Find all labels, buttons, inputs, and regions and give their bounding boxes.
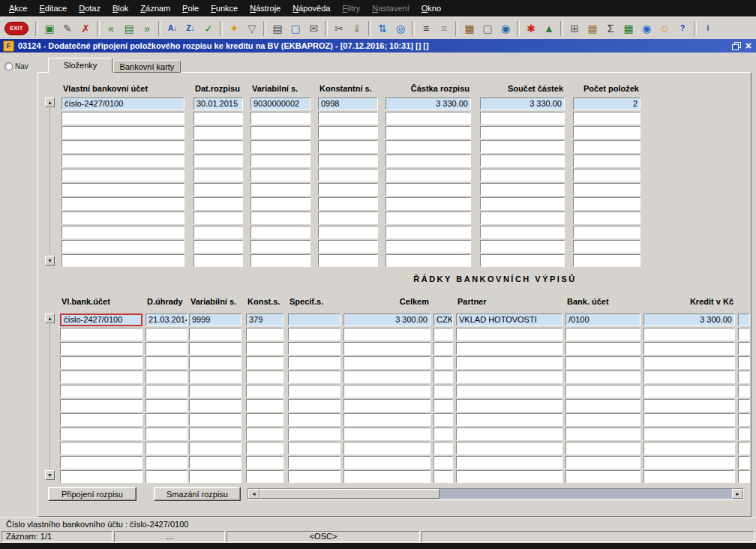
menu-funkce[interactable]: Funkce [205,0,244,16]
upper-grid-cell-datum[interactable] [194,183,243,196]
lower-grid-cell-ss[interactable] [288,385,340,398]
lower-grid-cell-partner[interactable] [456,428,562,440]
lower-grid-cell-mena[interactable] [434,328,453,340]
upper-grid-cell-ks[interactable] [318,212,378,224]
browser-icon[interactable]: ◉ [638,20,655,37]
lower-grid-cell-extra[interactable] [738,370,750,383]
upper-grid-cell-pocet[interactable] [573,240,640,253]
lower-grid-cell-extra[interactable] [738,356,750,369]
lower-grid-cell-bank-ucet[interactable] [566,428,640,440]
form-new-icon[interactable]: ▣ [41,20,58,37]
lower-grid-cell-ucet[interactable] [60,413,142,426]
lower-grid-cell-extra[interactable] [738,314,750,326]
lower-grid-cell-uhrada[interactable] [146,370,188,383]
upper-grid-cell-vs[interactable] [250,169,310,182]
lower-grid-cell-uhrada[interactable] [146,413,188,426]
lower-grid-cell-uhrada[interactable] [146,456,188,469]
lower-grid-cell-mena[interactable] [434,370,453,383]
hscroll-thumb[interactable]: ·········· [260,489,440,499]
upper-grid-cell-soucet[interactable] [480,112,565,124]
help-icon[interactable]: ? [674,20,691,37]
lower-scroll-up-button[interactable]: ▲ [45,314,55,323]
lower-grid-cell-bank-ucet[interactable] [566,356,640,369]
sort-desc-icon[interactable]: Z↓ [182,20,199,37]
upper-grid-cell-soucet[interactable] [480,140,565,153]
lower-grid-cell-extra[interactable] [738,428,750,440]
lower-grid-cell-ss[interactable] [288,413,340,426]
lower-grid-cell-bank-ucet[interactable]: /0100 [566,314,640,326]
nav-toggle[interactable]: Nav [4,62,28,70]
lower-grid-cell-ucet[interactable] [60,356,142,369]
form-edit-icon[interactable]: ✎ [59,20,76,37]
hscroll-right-button[interactable]: ► [732,489,743,499]
lower-grid-cell-ss[interactable] [288,470,340,483]
lower-grid-cell-extra[interactable] [738,399,750,412]
lower-grid-cell-ucet[interactable] [60,342,142,355]
lower-grid-cell-mena[interactable] [434,399,453,412]
upper-grid-cell-soucet[interactable] [480,169,565,182]
exit-button[interactable]: EXIT [4,22,28,35]
export-icon[interactable]: ⊞ [566,20,583,37]
lower-grid-cell-uhrada[interactable] [146,342,188,355]
upper-grid-cell-soucet[interactable] [480,126,565,139]
commit-icon[interactable]: ✓ [200,20,217,37]
lower-grid-cell-kredit[interactable] [644,470,735,483]
lower-grid-cell-ks[interactable] [246,342,284,355]
lower-grid-cell-ucet[interactable] [60,385,142,398]
lower-grid-cell-ss[interactable] [288,456,340,469]
upper-grid-cell-datum[interactable] [194,112,243,124]
upper-grid-cell-castka[interactable] [386,212,471,224]
lower-grid-cell-partner[interactable] [456,342,562,355]
upper-grid-cell-ks[interactable] [318,169,378,182]
upper-scroll-up-button[interactable]: ▲ [45,98,55,107]
lower-grid-cell-vs[interactable] [189,428,242,440]
upper-grid-cell-vs[interactable] [250,226,310,238]
lower-grid-cell-bank-ucet[interactable] [566,456,640,469]
lower-grid-cell-ks[interactable] [246,456,284,469]
lower-grid-cell-partner[interactable] [456,385,562,398]
mail-icon[interactable]: ✉ [305,20,322,37]
upper-grid-cell-castka[interactable] [386,140,471,153]
lower-grid-cell-uhrada[interactable] [146,428,188,440]
lower-grid-cell-kredit[interactable]: 3 300.00 [644,314,735,326]
upper-grid-cell-soucet[interactable] [480,197,565,210]
lower-grid-cell-kredit[interactable] [644,356,735,369]
lower-grid-cell-extra[interactable] [738,385,750,398]
lower-grid-cell-vs[interactable] [189,370,242,383]
lower-grid-cell-celkem[interactable] [344,456,430,469]
upper-grid-cell-vs[interactable] [250,254,310,267]
upper-grid-cell-ks[interactable] [318,226,378,238]
lower-grid-cell-uhrada[interactable] [146,399,188,412]
lower-grid-cell-kredit[interactable] [644,385,735,398]
upper-grid-cell-vs[interactable] [250,140,310,153]
upper-grid-cell-ucet[interactable] [62,197,184,210]
upper-grid-cell-ks[interactable] [318,154,378,167]
print-icon[interactable]: ▤ [269,20,286,37]
lower-grid-cell-ks[interactable]: 379 [246,314,284,326]
menu-okno[interactable]: Okno [416,0,447,16]
document-icon[interactable]: ▢ [479,20,496,37]
lower-grid-cell-ks[interactable] [246,328,284,340]
lower-grid-cell-partner[interactable]: VKLAD HOTOVOSTI [456,314,562,326]
row-list-icon[interactable]: ≡ [418,20,434,37]
horizontal-scrollbar[interactable]: ◄ ·········· ► [248,488,744,500]
upper-grid-cell-pocet[interactable] [573,112,640,124]
upper-grid-cell-castka[interactable]: 3 330.00 [386,98,471,110]
lower-grid-cell-celkem[interactable] [344,428,430,440]
lower-grid-cell-ss[interactable] [288,428,340,440]
lower-grid-cell-ss[interactable] [288,370,340,383]
lower-grid-cell-kredit[interactable] [644,456,735,469]
upper-grid-cell-soucet[interactable] [480,154,565,167]
upper-grid-cell-ks[interactable] [318,126,378,139]
lower-grid-cell-ucet[interactable] [60,456,142,469]
upper-scroll-track[interactable] [50,109,51,254]
lower-grid-cell-celkem[interactable] [344,328,430,340]
lower-grid-cell-ss[interactable] [288,328,340,340]
menu-blok[interactable]: Blok [106,0,134,16]
lower-grid-cell-celkem[interactable] [344,442,430,454]
upper-grid-cell-castka[interactable] [386,240,471,253]
upper-grid-cell-ucet[interactable] [62,126,184,139]
upper-grid-cell-pocet[interactable] [573,154,640,167]
lower-grid-cell-uhrada[interactable] [146,356,188,369]
lower-scroll-track[interactable] [50,325,51,469]
